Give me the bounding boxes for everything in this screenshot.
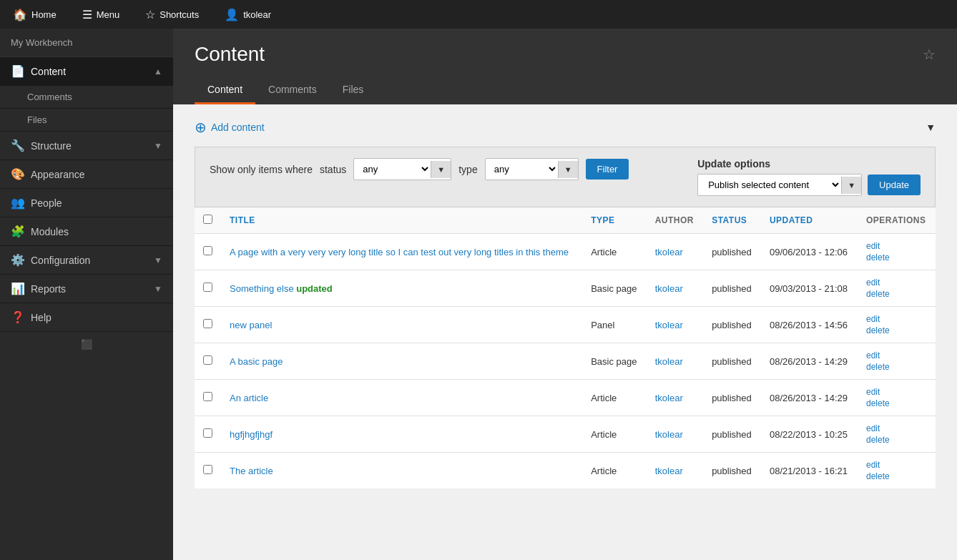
row-edit-link[interactable]: edit xyxy=(866,460,927,470)
row-title-link[interactable]: Something else xyxy=(230,283,294,294)
update-select-arrow: ▼ xyxy=(841,177,861,194)
table-row: An articleArticletkolearpublished08/26/2… xyxy=(195,380,936,416)
sidebar-item-workbench[interactable]: My Workbench xyxy=(0,29,173,57)
row-checkbox[interactable] xyxy=(203,319,212,328)
show-items-label: Show only items where xyxy=(210,164,313,175)
sidebar-item-structure[interactable]: 🔧 Structure ▼ xyxy=(0,132,173,160)
row-edit-link[interactable]: edit xyxy=(866,423,927,433)
tab-content[interactable]: Content xyxy=(195,77,255,104)
shortcuts-label: Shortcuts xyxy=(160,9,199,20)
update-options-section: Update options Publish selected content … xyxy=(697,158,921,196)
row-checkbox[interactable] xyxy=(203,246,212,255)
row-title-link[interactable]: A page with a very very very long title … xyxy=(230,247,569,257)
row-delete-link[interactable]: delete xyxy=(866,325,927,335)
row-delete-link[interactable]: delete xyxy=(866,471,927,481)
sidebar-item-content[interactable]: 📄 Content ▲ xyxy=(0,57,173,86)
table-row: hgfjhgfjhgfArticletkolearpublished08/22/… xyxy=(195,416,936,453)
row-updated-cell: 08/26/2013 - 14:56 xyxy=(761,307,858,343)
sidebar-reports-label: Reports xyxy=(31,283,66,295)
row-edit-link[interactable]: edit xyxy=(866,241,927,251)
type-select-arrow: ▼ xyxy=(558,161,578,178)
people-icon: 👥 xyxy=(11,196,25,210)
row-type-cell: Basic page xyxy=(582,270,647,307)
row-author-link[interactable]: tkolear xyxy=(655,466,683,476)
sidebar-sub-comments[interactable]: Comments xyxy=(0,86,173,109)
row-title-cell: The article xyxy=(221,453,582,489)
row-status-cell: published xyxy=(703,453,761,489)
tab-comments[interactable]: Comments xyxy=(255,77,330,104)
row-status-cell: published xyxy=(703,270,761,307)
filter-button[interactable]: Filter xyxy=(586,159,629,180)
add-content-label: Add content xyxy=(211,122,265,133)
sidebar-collapse-btn[interactable]: ⬛ xyxy=(0,332,173,357)
row-checkbox[interactable] xyxy=(203,465,212,474)
sidebar-item-reports[interactable]: 📊 Reports ▼ xyxy=(0,275,173,303)
row-checkbox[interactable] xyxy=(203,355,212,365)
reports-icon: 📊 xyxy=(11,282,25,295)
sidebar-sub-files[interactable]: Files xyxy=(0,109,173,132)
row-delete-link[interactable]: delete xyxy=(866,362,927,372)
row-delete-link[interactable]: delete xyxy=(866,398,927,408)
update-badge: updated xyxy=(294,283,333,294)
content-icon: 📄 xyxy=(11,64,25,78)
row-type-cell: Basic page xyxy=(582,343,647,380)
row-type-cell: Panel xyxy=(582,307,647,343)
bookmark-icon[interactable]: ☆ xyxy=(923,46,936,63)
configuration-icon: ⚙️ xyxy=(11,253,25,267)
nav-menu[interactable]: ☰ Menu xyxy=(77,5,126,24)
nav-shortcuts[interactable]: ☆ Shortcuts xyxy=(139,5,205,24)
update-button[interactable]: Update xyxy=(868,175,921,195)
row-edit-link[interactable]: edit xyxy=(866,314,927,324)
row-title-cell: new panel xyxy=(221,307,582,343)
type-select[interactable]: any Article Basic page Panel xyxy=(486,159,558,180)
row-title-link[interactable]: An article xyxy=(230,393,268,403)
row-delete-link[interactable]: delete xyxy=(866,252,927,262)
row-title-link[interactable]: new panel xyxy=(230,320,272,330)
update-select[interactable]: Publish selected content Unpublish selec… xyxy=(698,175,841,195)
row-edit-link[interactable]: edit xyxy=(866,277,927,288)
status-select[interactable]: any published unpublished xyxy=(354,159,431,180)
sidebar-people-label: People xyxy=(31,197,62,209)
row-author-link[interactable]: tkolear xyxy=(655,320,683,330)
sidebar-item-people[interactable]: 👥 People xyxy=(0,189,173,217)
row-author-link[interactable]: tkolear xyxy=(655,283,683,294)
sidebar-modules-label: Modules xyxy=(31,226,69,237)
dropdown-arrow-button[interactable]: ▼ xyxy=(926,122,936,133)
row-edit-link[interactable]: edit xyxy=(866,350,927,360)
appearance-icon: 🎨 xyxy=(11,167,25,181)
star-nav-icon: ☆ xyxy=(145,8,155,21)
row-checkbox-cell xyxy=(195,380,221,416)
row-checkbox[interactable] xyxy=(203,283,212,292)
update-select-wrapper: Publish selected content Unpublish selec… xyxy=(697,174,862,196)
row-title-link[interactable]: hgfjhgfjhgf xyxy=(230,429,273,440)
sidebar-appearance-label: Appearance xyxy=(31,169,85,180)
sidebar-item-appearance[interactable]: 🎨 Appearance xyxy=(0,160,173,189)
row-operations-cell: editdelete xyxy=(858,416,936,453)
row-delete-link[interactable]: delete xyxy=(866,435,927,445)
sidebar-item-configuration[interactable]: ⚙️ Configuration ▼ xyxy=(0,246,173,275)
nav-user[interactable]: 👤 tkolear xyxy=(219,5,277,24)
row-author-link[interactable]: tkolear xyxy=(655,429,683,440)
row-delete-link[interactable]: delete xyxy=(866,289,927,299)
table-row: A page with a very very very long title … xyxy=(195,234,936,270)
row-checkbox[interactable] xyxy=(203,428,212,438)
row-checkbox[interactable] xyxy=(203,392,212,401)
row-operations-cell: editdelete xyxy=(858,307,936,343)
add-content-button[interactable]: ⊕ Add content xyxy=(195,119,265,136)
nav-home[interactable]: 🏠 Home xyxy=(7,5,62,24)
select-all-checkbox[interactable] xyxy=(203,215,212,224)
sidebar-item-modules[interactable]: 🧩 Modules xyxy=(0,217,173,246)
row-author-cell: tkolear xyxy=(647,234,703,270)
row-author-cell: tkolear xyxy=(647,270,703,307)
row-edit-link[interactable]: edit xyxy=(866,387,927,397)
tab-files[interactable]: Files xyxy=(330,77,377,104)
row-checkbox-cell xyxy=(195,343,221,380)
row-title-link[interactable]: A basic page xyxy=(230,356,283,367)
row-author-link[interactable]: tkolear xyxy=(655,247,683,257)
sidebar-item-help[interactable]: ❓ Help xyxy=(0,303,173,332)
table-row: new panelPaneltkolearpublished08/26/2013… xyxy=(195,307,936,343)
row-author-link[interactable]: tkolear xyxy=(655,356,683,367)
update-options-label: Update options xyxy=(697,158,770,170)
row-author-link[interactable]: tkolear xyxy=(655,393,683,403)
row-title-link[interactable]: The article xyxy=(230,466,273,476)
